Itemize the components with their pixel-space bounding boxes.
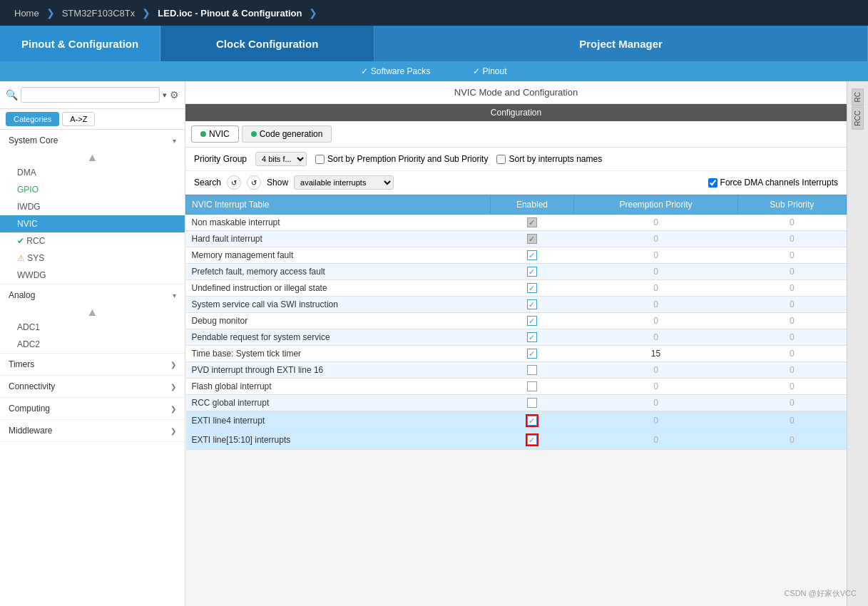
enabled-checkbox[interactable] (527, 217, 537, 227)
subtab-pinout[interactable]: ✓ Pinout (473, 66, 506, 76)
nav-home[interactable]: Home (7, 4, 46, 23)
enabled-checkbox[interactable] (527, 234, 537, 244)
sort-interrupts-checkbox[interactable] (496, 155, 506, 164)
cell-enabled[interactable] (490, 329, 574, 346)
section-header-timers[interactable]: Timers ❯ (0, 354, 185, 375)
cell-sub-priority: 0 (737, 411, 846, 431)
tab-project[interactable]: Project Manager (374, 26, 868, 61)
search-label: Search (194, 178, 221, 188)
tab-clock[interactable]: Clock Configuration (160, 26, 374, 61)
table-row: EXTI line4 interrupt00 (186, 411, 847, 431)
sidebar-item-sys[interactable]: ⚠ SYS (0, 250, 185, 267)
sidebar: 🔍 ▾ ⚙ Categories A->Z System Core ▾ ▲ DM… (0, 81, 185, 606)
section-header-connectivity[interactable]: Connectivity ❯ (0, 376, 185, 397)
enabled-checkbox[interactable] (527, 283, 537, 293)
cell-sub-priority: 0 (737, 329, 846, 346)
section-label-computing: Computing (9, 404, 50, 414)
enabled-checkbox[interactable] (527, 435, 537, 445)
sidebar-item-dma[interactable]: DMA (0, 164, 185, 181)
cell-enabled[interactable] (490, 411, 574, 431)
sidebar-item-adc1[interactable]: ADC1 (0, 319, 185, 336)
cell-interrupt-name: Hard fault interrupt (186, 231, 491, 247)
nav-current[interactable]: LED.ioc - Pinout & Configuration (150, 4, 309, 23)
tab-categories[interactable]: Categories (6, 112, 59, 126)
cell-enabled[interactable] (490, 280, 574, 297)
chevron-timers: ❯ (170, 361, 176, 369)
enabled-checkbox[interactable] (527, 316, 537, 326)
cell-interrupt-name: Pendable request for system service (186, 329, 491, 346)
cell-enabled[interactable] (490, 431, 574, 450)
enabled-checkbox[interactable] (527, 299, 537, 309)
right-strip-rcc[interactable]: RCC (852, 107, 864, 130)
sidebar-item-wwdg[interactable]: WWDG (0, 267, 185, 284)
enabled-checkbox[interactable] (527, 267, 537, 277)
table-body: Non maskable interrupt00Hard fault inter… (186, 215, 847, 450)
enabled-checkbox[interactable] (527, 332, 537, 342)
col-header-preemption: Preemption Priority (574, 195, 737, 215)
enabled-checkbox[interactable] (527, 381, 537, 391)
cell-interrupt-name: Undefined instruction or illegal state (186, 280, 491, 297)
cell-preemption: 0 (574, 264, 737, 280)
cell-enabled[interactable] (490, 247, 574, 264)
cell-enabled[interactable] (490, 264, 574, 280)
cell-sub-priority: 0 (737, 297, 846, 313)
watermark: CSDN @好家伙VCC (784, 588, 857, 599)
show-select[interactable]: available interrupts (294, 175, 394, 190)
sort-premption-label[interactable]: Sort by Premption Priority and Sub Prior… (315, 154, 488, 164)
cell-enabled[interactable] (490, 313, 574, 329)
force-dma-checkbox[interactable] (708, 178, 718, 188)
right-strip-rc[interactable]: RC (852, 88, 864, 106)
sidebar-item-gpio[interactable]: GPIO (0, 181, 185, 198)
table-row: Debug monitor00 (186, 313, 847, 329)
top-nav: Home ❯ STM32F103C8Tx ❯ LED.ioc - Pinout … (0, 0, 868, 26)
enabled-checkbox[interactable] (527, 365, 537, 375)
cell-enabled[interactable] (490, 362, 574, 379)
sort-premption-checkbox[interactable] (315, 155, 325, 164)
sidebar-item-rcc[interactable]: ✔ RCC (0, 232, 185, 250)
tab-az[interactable]: A->Z (62, 112, 95, 126)
sidebar-item-adc2[interactable]: ADC2 (0, 336, 185, 353)
table-row: Memory management fault00 (186, 247, 847, 264)
priority-group-select[interactable]: 4 bits f... (255, 152, 307, 166)
sort-interrupts-label[interactable]: Sort by interrupts names (496, 154, 602, 164)
nvic-tab-nvic[interactable]: NVIC (191, 125, 239, 143)
enabled-checkbox[interactable] (527, 250, 537, 260)
section-label-middleware: Middleware (9, 426, 52, 436)
refresh-button-1[interactable]: ↺ (227, 175, 241, 190)
search-row: Search ↺ ↺ Show available interrupts For… (185, 171, 847, 195)
gear-icon[interactable]: ⚙ (170, 89, 179, 101)
nav-device[interactable]: STM32F103C8Tx (55, 4, 143, 23)
sidebar-search-input[interactable] (21, 87, 160, 103)
col-header-sub: Sub Priority (737, 195, 846, 215)
enabled-checkbox[interactable] (527, 416, 537, 426)
cell-enabled[interactable] (490, 297, 574, 313)
cell-sub-priority: 0 (737, 346, 846, 362)
section-header-analog[interactable]: Analog ▾ (0, 284, 185, 306)
sidebar-item-nvic[interactable]: NVIC (0, 215, 185, 232)
enabled-checkbox[interactable] (527, 398, 537, 408)
cell-enabled[interactable] (490, 346, 574, 362)
sidebar-category-tabs: Categories A->Z (0, 109, 185, 130)
cell-preemption: 15 (574, 346, 737, 362)
cell-enabled[interactable] (490, 379, 574, 395)
section-header-system-core[interactable]: System Core ▾ (0, 130, 185, 151)
tab-pinout[interactable]: Pinout & Configuration (0, 26, 160, 61)
sidebar-item-iwdg[interactable]: IWDG (0, 198, 185, 215)
nvic-tab-codegen[interactable]: Code generation (242, 125, 332, 143)
cell-enabled[interactable] (490, 215, 574, 231)
subtab-software-packs[interactable]: ✓ Software Packs (361, 66, 430, 76)
content-header: NVIC Mode and Configuration (185, 81, 847, 104)
cell-preemption: 0 (574, 297, 737, 313)
section-header-computing[interactable]: Computing ❯ (0, 398, 185, 419)
section-header-middleware[interactable]: Middleware ❯ (0, 420, 185, 441)
table-row: Non maskable interrupt00 (186, 215, 847, 231)
cell-sub-priority: 0 (737, 362, 846, 379)
enabled-checkbox[interactable] (527, 349, 537, 359)
cell-sub-priority: 0 (737, 379, 846, 395)
chevron-connectivity: ❯ (170, 383, 176, 391)
cell-interrupt-name: PVD interrupt through EXTI line 16 (186, 362, 491, 379)
cell-enabled[interactable] (490, 395, 574, 411)
cell-enabled[interactable] (490, 231, 574, 247)
refresh-button-2[interactable]: ↺ (247, 175, 261, 190)
cell-preemption: 0 (574, 247, 737, 264)
